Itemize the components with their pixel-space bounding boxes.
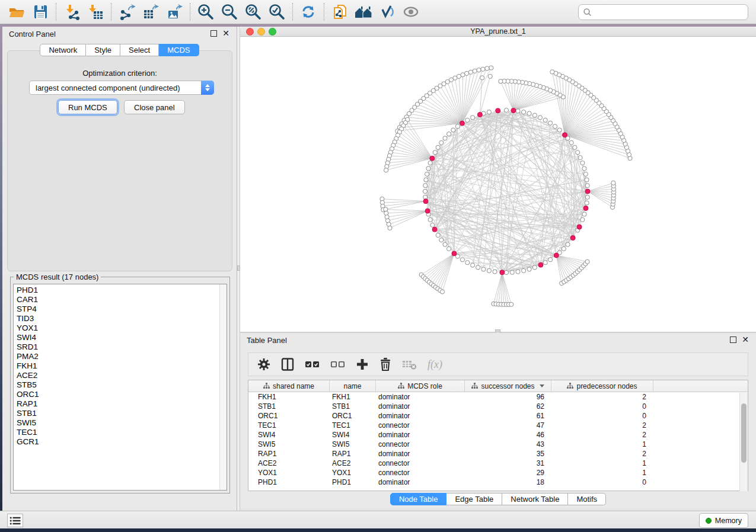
- column-header-name[interactable]: name: [330, 380, 376, 392]
- table-row[interactable]: RAP1RAP1dominator352: [248, 449, 748, 459]
- save-session-button[interactable]: [28, 2, 52, 22]
- search-input[interactable]: [592, 7, 748, 18]
- export-image-button[interactable]: [162, 2, 186, 22]
- column-header-successor-nodes[interactable]: successor nodes: [465, 380, 551, 392]
- tab-network-table[interactable]: Network Table: [502, 493, 568, 505]
- create-column-button[interactable]: [356, 356, 369, 373]
- mcds-result-item[interactable]: RAP1: [17, 399, 227, 409]
- clone-network-button[interactable]: [328, 2, 352, 22]
- table-row[interactable]: STB1STB1dominator620: [248, 402, 748, 411]
- table-row[interactable]: ORC1ORC1dominator610: [248, 411, 748, 421]
- mcds-result-item[interactable]: STP4: [17, 305, 227, 314]
- refresh-layout-button[interactable]: [296, 2, 320, 22]
- export-network-button[interactable]: [115, 2, 139, 22]
- mcds-result-item[interactable]: CAR1: [17, 295, 227, 305]
- table-row[interactable]: YOX1YOX1connector291: [248, 468, 748, 477]
- table-cell: 18: [465, 478, 551, 486]
- network-window-titlebar[interactable]: YPA_prune.txt_1: [240, 27, 756, 37]
- import-network-button[interactable]: [60, 2, 84, 22]
- column-header-shared-name[interactable]: shared name: [248, 380, 330, 392]
- table-row[interactable]: FKH1FKH1dominator962: [248, 392, 748, 402]
- column-network-icon: [263, 383, 270, 389]
- column-header-predecessor-nodes[interactable]: predecessor nodes: [551, 380, 653, 392]
- zoom-out-button[interactable]: [218, 2, 241, 22]
- export-table-button[interactable]: [139, 2, 162, 22]
- table-row[interactable]: TEC1TEC1connector472: [248, 421, 748, 430]
- scrollbar-thumb[interactable]: [741, 403, 747, 463]
- mcds-result-item[interactable]: TEC1: [17, 428, 227, 437]
- list-scrollbar[interactable]: [219, 284, 227, 490]
- network-graph-canvas[interactable]: [240, 37, 755, 332]
- tab-network[interactable]: Network: [40, 44, 86, 56]
- tab-select[interactable]: Select: [120, 44, 159, 56]
- table-cell: STB1: [330, 402, 376, 411]
- mcds-result-item[interactable]: GCR1: [17, 437, 227, 447]
- network-view-window[interactable]: YPA_prune.txt_1: [240, 27, 756, 332]
- network-overview-button[interactable]: [352, 2, 375, 22]
- search-box[interactable]: [578, 4, 748, 20]
- zoom-fit-button[interactable]: [241, 2, 265, 22]
- node-table[interactable]: shared namenameMCDS rolesuccessor nodesp…: [248, 380, 748, 491]
- mcds-result-item[interactable]: SWI4: [17, 333, 227, 342]
- table-cell: RAP1: [248, 450, 330, 458]
- list-icon: [9, 516, 21, 525]
- mcds-result-list[interactable]: PHD1CAR1STP4TID3YOX1SWI4SRD1PMA2FKH1ACE2…: [13, 284, 227, 491]
- close-icon[interactable]: ✕: [742, 335, 749, 344]
- tab-node-table[interactable]: Node Table: [390, 493, 447, 505]
- table-cell: ORC1: [248, 412, 330, 420]
- float-window-icon[interactable]: [210, 30, 217, 37]
- open-session-button[interactable]: [5, 2, 28, 22]
- zoom-in-icon: [197, 3, 215, 21]
- zoom-selected-button[interactable]: [265, 2, 289, 22]
- toolbar-separator: [111, 3, 111, 21]
- tab-mcds[interactable]: MCDS: [159, 44, 199, 56]
- memory-button[interactable]: Memory: [699, 513, 748, 528]
- mcds-result-item[interactable]: FKH1: [17, 361, 227, 371]
- mcds-result-item[interactable]: YOX1: [17, 323, 227, 333]
- mcds-result-item[interactable]: STB5: [17, 380, 227, 390]
- tab-style[interactable]: Style: [86, 44, 120, 56]
- mcds-result-item[interactable]: SWI5: [17, 418, 227, 428]
- table-row[interactable]: SWI5SWI5connector431: [248, 440, 748, 449]
- table-scrollbar[interactable]: [739, 393, 748, 491]
- table-settings-button[interactable]: [257, 356, 270, 373]
- table-cell: YOX1: [330, 469, 376, 477]
- table-row[interactable]: PHD1PHD1dominator180: [248, 477, 748, 487]
- mcds-result-item[interactable]: PHD1: [17, 286, 227, 295]
- criterion-select[interactable]: largest connected component (undirected): [29, 81, 214, 95]
- refresh-icon: [300, 4, 317, 20]
- hide-graphics-details-button[interactable]: [375, 2, 399, 22]
- table-cell: dominator: [376, 402, 465, 411]
- mcds-result-item[interactable]: SRD1: [17, 342, 227, 352]
- task-history-button[interactable]: [7, 514, 23, 527]
- column-header-label: shared name: [273, 382, 314, 390]
- deselect-all-button[interactable]: [330, 356, 346, 373]
- column-header-MCDS-role[interactable]: MCDS role: [376, 380, 465, 392]
- table-cell: 1: [551, 440, 653, 448]
- toolbar-separator: [190, 3, 190, 21]
- toolbar-separator: [324, 3, 324, 21]
- mcds-result-item[interactable]: STB1: [17, 409, 227, 418]
- tab-motifs[interactable]: Motifs: [568, 493, 606, 505]
- table-cell: connector: [376, 421, 465, 430]
- run-mcds-button[interactable]: Run MCDS: [58, 100, 117, 114]
- mcds-result-item[interactable]: ORC1: [17, 390, 227, 399]
- function-builder-button-disabled[interactable]: f(x): [428, 356, 442, 373]
- close-panel-button[interactable]: Close panel: [124, 100, 185, 114]
- mcds-result-item[interactable]: ACE2: [17, 371, 227, 380]
- delete-column-button[interactable]: [379, 356, 392, 373]
- mcds-result-item[interactable]: TID3: [17, 314, 227, 323]
- table-row[interactable]: ACE2ACE2connector311: [248, 459, 748, 468]
- show-columns-button[interactable]: [280, 356, 295, 373]
- zoom-in-button[interactable]: [194, 2, 218, 22]
- show-graphics-details-button[interactable]: [399, 2, 423, 22]
- close-icon[interactable]: ✕: [222, 28, 229, 38]
- delete-table-button-disabled[interactable]: [402, 356, 417, 373]
- import-table-button[interactable]: [84, 2, 107, 22]
- mcds-result-item[interactable]: PMA2: [17, 352, 227, 361]
- select-all-button[interactable]: [305, 356, 320, 373]
- float-window-icon[interactable]: [730, 336, 736, 343]
- table-cell: 43: [465, 440, 551, 448]
- table-row[interactable]: SWI4SWI4dominator462: [248, 430, 748, 440]
- tab-edge-table[interactable]: Edge Table: [446, 493, 502, 505]
